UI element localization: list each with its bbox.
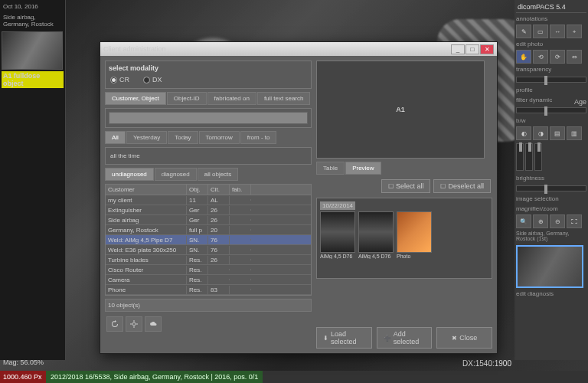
thumb-item[interactable]: AlMg 4,5 D76 <box>320 211 355 259</box>
app-title: dicomPACS 5.4 <box>516 2 586 13</box>
zoom-tool[interactable]: ⛶ <box>567 214 582 228</box>
client-admin-dialog: Client administration _ □ ✕ select modal… <box>100 41 498 354</box>
panel-thumbnail[interactable] <box>516 245 583 288</box>
tab-undiagnosed[interactable]: undiagnosed <box>105 168 154 181</box>
vert-slider-2[interactable] <box>525 143 533 171</box>
table-row[interactable]: Weld: E36 plate 300x250SN.76 <box>106 245 311 255</box>
section-brightness: brightness <box>516 174 586 182</box>
add-selected-button[interactable]: ➕ Add selected <box>377 327 433 349</box>
radio-cr[interactable]: CR <box>110 76 129 83</box>
vert-slider-3[interactable] <box>534 143 542 171</box>
bw-tool[interactable]: ▥ <box>567 126 582 140</box>
tool-btn[interactable]: ▭ <box>533 25 548 38</box>
tab-time-yesterday[interactable]: Yesterday <box>126 131 167 144</box>
tool-btn[interactable]: + <box>567 25 582 38</box>
deselect-all-button[interactable]: ☐ Deselect all <box>433 179 491 193</box>
thumb-location: Side airbag, Germany, Rostock <box>2 12 64 30</box>
col-obj[interactable]: Obj. <box>187 185 208 195</box>
time-text: all the time <box>109 151 308 161</box>
section-image-selection: image selection <box>516 195 586 203</box>
status-path: 2012/2018 16/5538, Side airbag, Germany,… <box>46 371 263 383</box>
table-row[interactable]: Side airbagGer26 <box>106 215 311 225</box>
result-count: 10 object(s) <box>105 299 312 312</box>
radio-dx[interactable]: DX <box>143 76 162 83</box>
tab-time-tomorrow[interactable]: Tomorrow <box>199 131 240 144</box>
tab-fabricated-on[interactable]: fabricated on <box>207 92 256 105</box>
bw-tool[interactable]: ◐ <box>516 126 531 140</box>
tool-btn[interactable]: ⟳ <box>550 50 565 64</box>
dialog-title: Client administration <box>103 45 166 53</box>
col-cit[interactable]: Cit. <box>208 185 230 195</box>
zoom-tool[interactable]: 🔍 <box>516 214 531 228</box>
thumb-item[interactable]: AlMg 4,5 D76 <box>358 211 394 259</box>
right-tool-panel: dicomPACS 5.4 annotations ✎ ▭ ↔ + edit p… <box>514 0 588 360</box>
table-row[interactable]: my client11AL <box>106 195 311 205</box>
tab-time-all[interactable]: All <box>105 131 126 144</box>
tab-fulltext[interactable]: full text search <box>257 92 311 105</box>
refresh-icon[interactable] <box>106 316 123 332</box>
table-row[interactable]: PhoneRes.83 <box>106 285 311 295</box>
preview-image: A1 <box>316 61 485 159</box>
zoom-tool[interactable]: ⊕ <box>533 214 548 228</box>
overlay-mag: Mag: 56.05% <box>3 358 44 368</box>
tab-preview-view[interactable]: Preview <box>345 162 381 175</box>
filter-slider[interactable] <box>516 107 586 113</box>
search-input[interactable] <box>109 112 308 124</box>
thumbnail-image[interactable] <box>2 31 63 70</box>
bw-tool[interactable]: ▤ <box>550 126 565 140</box>
modality-label: select modality <box>109 64 308 72</box>
vert-slider-1[interactable] <box>516 143 524 171</box>
time-tabs: All Yesterday Today Tomorrow from - to <box>105 131 312 144</box>
dialog-titlebar[interactable]: Client administration _ □ ✕ <box>100 42 497 56</box>
tab-object-id[interactable]: Object-ID <box>167 92 207 105</box>
thumb-date: Oct 10, 2016 <box>2 2 64 12</box>
svg-point-0 <box>132 322 136 326</box>
settings-icon[interactable] <box>126 316 142 332</box>
maximize-button[interactable]: □ <box>466 44 479 54</box>
tool-btn[interactable]: ✎ <box>516 25 531 38</box>
select-all-button[interactable]: ☐ Select all <box>381 179 431 193</box>
tab-table-view[interactable]: Table <box>316 162 345 175</box>
col-customer[interactable]: Customer <box>106 185 187 195</box>
zoom-tool[interactable]: ⊖ <box>550 214 565 228</box>
panel-thumb-title: Side airbag, Germany, Rostock (1st) <box>516 230 586 242</box>
minimize-button[interactable]: _ <box>451 44 465 54</box>
tool-btn[interactable]: ⇔ <box>567 50 582 64</box>
section-profile: profile <box>516 86 586 94</box>
load-selected-button[interactable]: ⬇ Load selected <box>316 327 372 349</box>
tab-time-range[interactable]: from - to <box>240 131 277 144</box>
status-right <box>576 375 588 378</box>
thumb-item[interactable]: Photo <box>397 211 432 259</box>
bw-tool[interactable]: ◑ <box>533 126 548 140</box>
results-table: Customer Obj. Cit. fab. my client11ALExt… <box>105 184 312 296</box>
tab-customer-object[interactable]: Customer, Object <box>105 92 166 105</box>
col-fab[interactable]: fab. <box>230 185 251 195</box>
section-edit-photo: edit photo <box>516 40 586 48</box>
dialog-close-button[interactable]: ✖ Close <box>436 327 492 349</box>
status-bar: 1000.460 Px 2012/2018 16/5538, Side airb… <box>0 371 588 383</box>
tab-diagnosed[interactable]: diagnosed <box>155 168 197 181</box>
tab-all-objects[interactable]: all objects <box>198 168 239 181</box>
thumbnail-label: A1 fulldose object <box>2 71 64 88</box>
table-row[interactable]: ExtinguisherGer26 <box>106 205 311 215</box>
thumbs-date: 10/22/2014 <box>320 201 355 210</box>
status-px: 1000.460 Px <box>0 371 46 383</box>
section-magnifier: magnifier/zoom <box>516 205 586 213</box>
cloud-icon[interactable] <box>145 316 162 332</box>
overlay-dx: DX:1540:1900 <box>462 359 511 368</box>
table-row[interactable]: CameraRes. <box>106 275 311 285</box>
tool-btn[interactable]: ⟲ <box>533 50 548 64</box>
thumbnail-area: 10/22/2014 AlMg 4,5 D76 AlMg 4,5 D76 Pho… <box>316 198 492 279</box>
close-button[interactable]: ✕ <box>480 44 494 54</box>
table-row[interactable]: Weld: AlMg 4,5 Pipe D7SN.76 <box>106 235 311 245</box>
tab-time-today[interactable]: Today <box>168 131 198 144</box>
hand-tool-icon[interactable]: ✋ <box>516 50 531 64</box>
tool-btn[interactable]: ↔ <box>550 25 565 38</box>
brightness-slider[interactable] <box>516 185 586 192</box>
search-tabs: Customer, Object Object-ID fabricated on… <box>105 92 312 105</box>
table-row[interactable]: Turbine bladesRes.26 <box>106 255 311 265</box>
modality-group: select modality CR DX <box>105 61 312 89</box>
table-row[interactable]: Cisco RouterRes. <box>106 265 311 275</box>
transparency-slider[interactable] <box>516 77 586 83</box>
table-row[interactable]: Germany, Rostockfull p20 <box>106 225 311 235</box>
